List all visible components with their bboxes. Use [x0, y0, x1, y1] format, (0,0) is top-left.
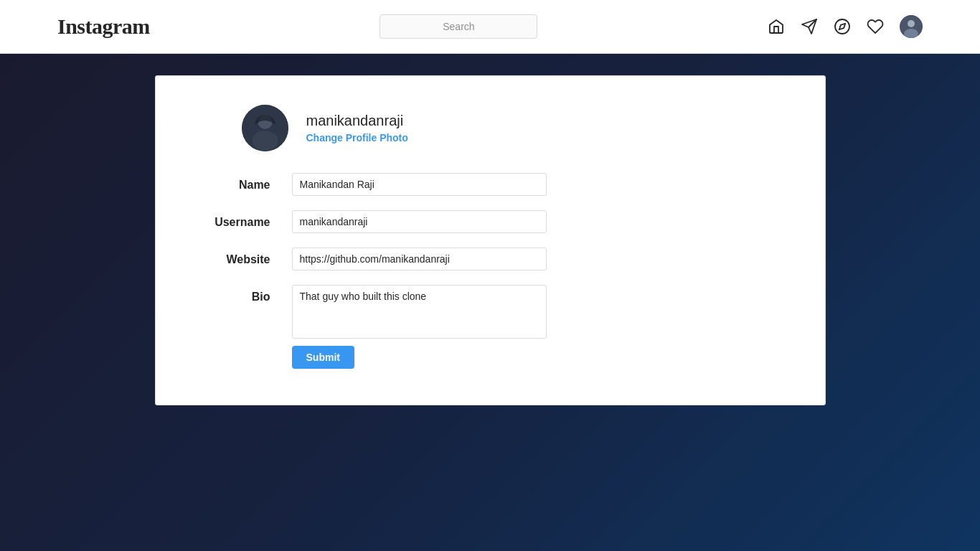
svg-marker-3 [839, 24, 845, 29]
instagram-logo[interactable]: Instagram [57, 14, 150, 39]
name-label: Name [199, 173, 270, 192]
form-section: Name Username Website Bio That guy who b… [199, 173, 782, 339]
website-input[interactable] [292, 248, 547, 270]
bio-row: Bio That guy who built this clone [199, 285, 782, 339]
navbar: Instagram [0, 0, 980, 54]
main-content: manikandanraji Change Profile Photo Name… [0, 54, 980, 427]
svg-point-5 [908, 20, 915, 27]
explore-icon[interactable] [834, 18, 851, 35]
name-input[interactable] [292, 173, 547, 196]
bio-label: Bio [199, 285, 270, 303]
search-input[interactable] [380, 14, 537, 39]
svg-point-9 [252, 131, 278, 151]
website-row: Website [199, 248, 782, 270]
change-profile-photo-button[interactable]: Change Profile Photo [306, 132, 408, 143]
messenger-icon[interactable] [801, 18, 818, 35]
submit-row: Submit [199, 346, 782, 369]
nav-icons [768, 15, 923, 38]
heart-icon[interactable] [867, 18, 884, 35]
submit-button[interactable]: Submit [292, 346, 354, 369]
home-icon[interactable] [768, 18, 785, 35]
username-row: Username [199, 210, 782, 233]
profile-avatar [242, 105, 288, 151]
profile-info: manikandanraji Change Profile Photo [306, 113, 408, 143]
profile-avatar-nav[interactable] [900, 15, 923, 38]
username-input[interactable] [292, 210, 547, 233]
name-row: Name [199, 173, 782, 196]
username-label: Username [199, 210, 270, 229]
svg-point-2 [835, 19, 849, 34]
bio-textarea[interactable]: That guy who built this clone [292, 285, 547, 339]
profile-username-display: manikandanraji [306, 113, 408, 129]
edit-profile-card: manikandanraji Change Profile Photo Name… [155, 75, 826, 405]
search-container [380, 14, 537, 39]
profile-header: manikandanraji Change Profile Photo [199, 105, 782, 151]
website-label: Website [199, 248, 270, 266]
